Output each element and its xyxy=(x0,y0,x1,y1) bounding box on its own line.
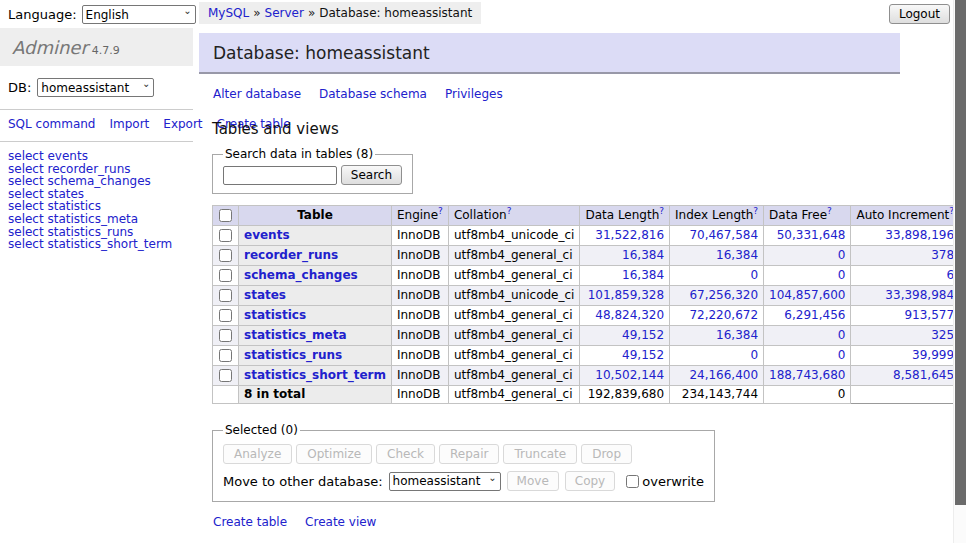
help-link[interactable]: ? xyxy=(438,206,443,216)
data-free-link[interactable]: 188,743,680 xyxy=(769,368,845,382)
auto-increment-link[interactable]: 33,898,196 xyxy=(885,228,954,242)
table-row: events InnoDB utf8mb4_unicode_ci 31,522,… xyxy=(213,226,966,246)
data-length-link[interactable]: 101,859,328 xyxy=(588,288,664,302)
row-checkbox[interactable] xyxy=(219,229,232,242)
data-length-link[interactable]: 16,384 xyxy=(622,268,664,282)
logout-button[interactable]: Logout xyxy=(889,4,950,24)
index-length-link[interactable]: 0 xyxy=(750,268,758,282)
data-length-link[interactable]: 10,502,144 xyxy=(595,368,664,382)
data-length-link[interactable]: 49,152 xyxy=(622,328,664,342)
collation-cell: utf8mb4_unicode_ci xyxy=(448,226,580,246)
auto-increment-link[interactable]: 8,581,645 xyxy=(893,368,954,382)
index-length-link[interactable]: 70,467,584 xyxy=(689,228,758,242)
table-name-link[interactable]: statistics_runs xyxy=(244,348,342,362)
data-free-link[interactable]: 0 xyxy=(838,268,846,282)
sidebar-links: SQL commandImportExportCreate table xyxy=(0,110,193,142)
index-length-link[interactable]: 0 xyxy=(750,348,758,362)
sql-command-link[interactable]: SQL command xyxy=(8,117,95,131)
row-checkbox[interactable] xyxy=(219,309,232,322)
language-select-wrap: English xyxy=(82,5,196,24)
import-link[interactable]: Import xyxy=(109,117,149,131)
data-free-link[interactable]: 0 xyxy=(838,328,846,342)
auto-increment-link[interactable]: 39,999 xyxy=(912,348,954,362)
sidebar-item-select-statistics-meta[interactable]: select statistics_meta xyxy=(8,213,185,226)
index-length-link[interactable]: 67,256,320 xyxy=(689,288,758,302)
column-header-data-length: Data Length? xyxy=(580,206,670,226)
breadcrumb-mysql-link[interactable]: MySQL xyxy=(208,6,249,20)
search-button[interactable]: Search xyxy=(341,165,402,185)
table-name-link[interactable]: recorder_runs xyxy=(244,248,338,262)
row-checkbox[interactable] xyxy=(219,249,232,262)
breadcrumb-current: Database: homeassistant xyxy=(319,6,472,20)
database-schema-link[interactable]: Database schema xyxy=(319,87,427,101)
table-name-link[interactable]: states xyxy=(244,288,286,302)
data-length-cell: 49,152 xyxy=(580,326,670,346)
index-length-link[interactable]: 24,166,400 xyxy=(689,368,758,382)
help-link[interactable]: ? xyxy=(507,206,512,216)
app-logo: Adminer4.7.9 xyxy=(0,28,193,66)
create-view-link[interactable]: Create view xyxy=(305,515,376,529)
table-name-cell: recorder_runs xyxy=(239,246,392,266)
optimize-button[interactable]: Optimize xyxy=(296,444,372,464)
table-name-link[interactable]: schema_changes xyxy=(244,268,358,282)
index-length-link[interactable]: 72,220,672 xyxy=(689,308,758,322)
data-length-link[interactable]: 49,152 xyxy=(622,348,664,362)
check-button[interactable]: Check xyxy=(376,444,435,464)
index-length-cell: 0 xyxy=(670,346,764,366)
row-checkbox[interactable] xyxy=(219,289,232,302)
data-free-link[interactable]: 104,857,600 xyxy=(769,288,845,302)
data-free-link[interactable]: 6,291,456 xyxy=(784,308,845,322)
truncate-button[interactable]: Truncate xyxy=(503,444,577,464)
search-input[interactable] xyxy=(223,166,337,185)
table-row: schema_changes InnoDB utf8mb4_general_ci… xyxy=(213,266,966,286)
db-select[interactable]: homeassistant xyxy=(37,78,154,97)
row-checkbox[interactable] xyxy=(219,329,232,342)
index-length-cell: 0 xyxy=(670,266,764,286)
analyze-button[interactable]: Analyze xyxy=(223,444,292,464)
privileges-link[interactable]: Privileges xyxy=(445,87,503,101)
help-link[interactable]: ? xyxy=(753,206,758,216)
row-checkbox[interactable] xyxy=(219,369,232,382)
move-db-select[interactable]: homeassistant xyxy=(389,472,501,491)
repair-button[interactable]: Repair xyxy=(439,444,499,464)
table-name-link[interactable]: statistics xyxy=(244,308,306,322)
auto-increment-link[interactable]: 913,577 xyxy=(904,308,954,322)
alter-database-link[interactable]: Alter database xyxy=(213,87,301,101)
sidebar-item-select-statistics-short-term[interactable]: select statistics_short_term xyxy=(8,238,185,251)
row-checkbox-cell xyxy=(213,266,239,286)
index-length-link[interactable]: 16,384 xyxy=(716,248,758,262)
data-length-link[interactable]: 31,522,816 xyxy=(595,228,664,242)
auto-increment-link[interactable]: 33,398,984 xyxy=(885,288,954,302)
help-link[interactable]: ? xyxy=(659,206,664,216)
data-length-link[interactable]: 48,824,320 xyxy=(595,308,664,322)
sidebar-item-select-events[interactable]: select events xyxy=(8,150,185,163)
sidebar-item-select-schema-changes[interactable]: select schema_changes xyxy=(8,175,185,188)
index-length-link[interactable]: 16,384 xyxy=(716,328,758,342)
data-free-link[interactable]: 0 xyxy=(838,348,846,362)
table-name-link[interactable]: events xyxy=(244,228,290,242)
export-link[interactable]: Export xyxy=(163,117,202,131)
select-all-checkbox[interactable] xyxy=(219,209,232,222)
row-checkbox[interactable] xyxy=(219,269,232,282)
create-table-link-bottom[interactable]: Create table xyxy=(213,515,287,529)
overwrite-checkbox[interactable] xyxy=(626,475,639,488)
auto-increment-link[interactable]: 325 xyxy=(931,328,954,342)
language-select[interactable]: English xyxy=(82,5,196,24)
breadcrumb-server-link[interactable]: Server xyxy=(265,6,304,20)
help-link[interactable]: ? xyxy=(827,206,832,216)
data-free-link[interactable]: 50,331,648 xyxy=(777,228,846,242)
row-checkbox[interactable] xyxy=(219,349,232,362)
database-actions: Alter databaseDatabase schemaPrivileges xyxy=(213,87,954,101)
scrollbar-thumb[interactable] xyxy=(955,0,966,505)
data-length-link[interactable]: 16,384 xyxy=(622,248,664,262)
drop-button[interactable]: Drop xyxy=(581,444,632,464)
move-button[interactable]: Move xyxy=(507,471,559,491)
data-free-link[interactable]: 0 xyxy=(838,248,846,262)
copy-button[interactable]: Copy xyxy=(565,471,615,491)
auto-increment-link[interactable]: 378 xyxy=(931,248,954,262)
table-name-link[interactable]: statistics_short_term xyxy=(244,368,386,382)
table-name-link[interactable]: statistics_meta xyxy=(244,328,347,342)
vertical-scrollbar[interactable] xyxy=(953,0,966,543)
move-db-select-wrap: homeassistant xyxy=(389,472,501,491)
index-length-cell: 16,384 xyxy=(670,246,764,266)
